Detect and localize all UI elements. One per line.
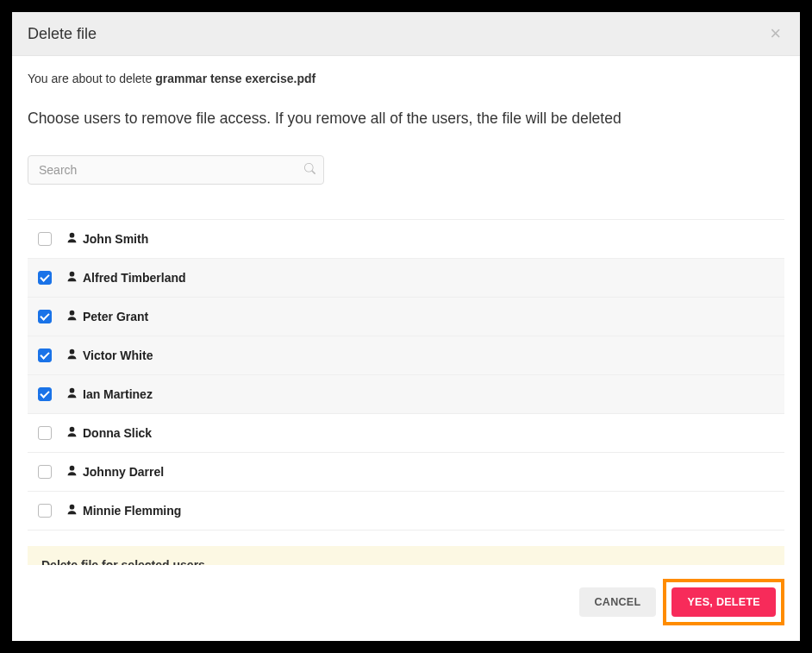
search-container	[28, 155, 324, 185]
dialog-title: Delete file	[28, 25, 97, 43]
user-checkbox[interactable]	[38, 310, 52, 323]
close-icon: ×	[770, 22, 781, 44]
confirm-highlight: Yes, Delete	[663, 579, 784, 625]
confirm-delete-button[interactable]: Yes, Delete	[671, 587, 776, 617]
delete-warning-text: You are about to delete grammar tense ex…	[28, 72, 784, 85]
user-label: Ian Martinez	[66, 387, 153, 401]
person-icon	[66, 271, 78, 285]
close-button[interactable]: ×	[766, 24, 784, 43]
delete-warning-filename: grammar tense exercise.pdf	[155, 72, 315, 85]
person-icon	[66, 426, 78, 440]
user-label: Alfred Timberland	[66, 271, 186, 285]
summary-text: Delete file for selected users	[41, 558, 205, 565]
person-icon	[66, 465, 78, 479]
user-label: John Smith	[66, 232, 148, 246]
instruction-text: Choose users to remove file access. If y…	[28, 110, 784, 128]
user-name: Johnny Darrel	[83, 465, 164, 479]
search-input[interactable]	[28, 155, 324, 185]
delete-warning-prefix: You are about to delete	[28, 72, 155, 85]
user-label: Peter Grant	[66, 310, 148, 323]
user-name: Minnie Flemming	[83, 504, 181, 518]
user-checkbox[interactable]	[38, 426, 52, 440]
user-name: Donna Slick	[83, 426, 152, 440]
user-row[interactable]: John Smith	[28, 220, 784, 259]
user-row[interactable]: Johnny Darrel	[28, 453, 784, 492]
user-checkbox[interactable]	[38, 271, 52, 285]
user-row[interactable]: Victor White	[28, 336, 784, 375]
user-row[interactable]: Donna Slick	[28, 414, 784, 453]
summary-bar: Delete file for selected users	[28, 546, 784, 565]
user-name: John Smith	[83, 232, 148, 246]
user-row[interactable]: Peter Grant	[28, 298, 784, 336]
user-checkbox[interactable]	[38, 504, 52, 518]
user-row[interactable]: Ian Martinez	[28, 375, 784, 414]
user-label: Johnny Darrel	[66, 465, 164, 479]
user-row[interactable]: Alfred Timberland	[28, 259, 784, 298]
user-name: Victor White	[83, 348, 153, 362]
delete-file-dialog: Delete file × You are about to delete gr…	[12, 12, 800, 641]
cancel-button[interactable]: Cancel	[579, 587, 657, 617]
dialog-footer: Cancel Yes, Delete	[12, 565, 800, 641]
user-label: Minnie Flemming	[66, 504, 181, 518]
user-checkbox[interactable]	[38, 465, 52, 479]
user-checkbox[interactable]	[38, 348, 52, 362]
person-icon	[66, 387, 78, 401]
user-name: Alfred Timberland	[83, 271, 186, 285]
user-label: Victor White	[66, 348, 153, 362]
person-icon	[66, 232, 78, 246]
dialog-header: Delete file ×	[12, 12, 800, 56]
user-name: Peter Grant	[83, 310, 148, 323]
user-checkbox[interactable]	[38, 232, 52, 246]
user-label: Donna Slick	[66, 426, 152, 440]
user-list: John SmithAlfred TimberlandPeter GrantVi…	[28, 219, 784, 531]
user-name: Ian Martinez	[83, 387, 153, 401]
person-icon	[66, 310, 78, 323]
person-icon	[66, 348, 78, 362]
person-icon	[66, 504, 78, 518]
user-checkbox[interactable]	[38, 387, 52, 401]
user-row[interactable]: Minnie Flemming	[28, 492, 784, 531]
dialog-body: You are about to delete grammar tense ex…	[12, 56, 800, 565]
